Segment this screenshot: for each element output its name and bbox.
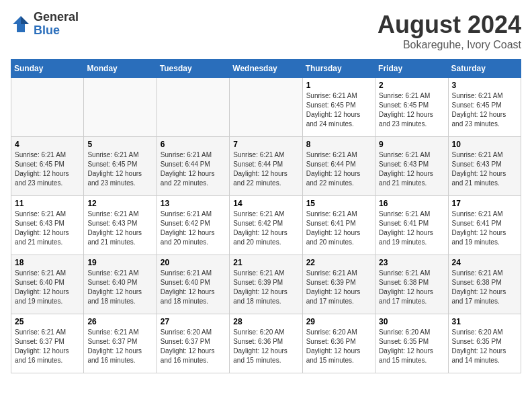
calendar-cell: 1Sunrise: 6:21 AMSunset: 6:45 PMDaylight… (302, 78, 375, 137)
calendar-cell: 8Sunrise: 6:21 AMSunset: 6:44 PMDaylight… (302, 137, 375, 196)
calendar-cell: 17Sunrise: 6:21 AMSunset: 6:41 PMDayligh… (448, 196, 521, 255)
calendar-cell: 5Sunrise: 6:21 AMSunset: 6:45 PMDaylight… (84, 137, 157, 196)
day-number: 25 (15, 317, 80, 326)
calendar-cell: 16Sunrise: 6:21 AMSunset: 6:41 PMDayligh… (375, 196, 448, 255)
day-info: Sunrise: 6:21 AMSunset: 6:39 PMDaylight:… (306, 269, 371, 306)
calendar-cell: 25Sunrise: 6:21 AMSunset: 6:37 PMDayligh… (11, 314, 84, 373)
calendar-cell: 7Sunrise: 6:21 AMSunset: 6:44 PMDaylight… (230, 137, 302, 196)
day-info: Sunrise: 6:21 AMSunset: 6:44 PMDaylight:… (306, 150, 371, 188)
day-number: 26 (87, 317, 152, 326)
day-info: Sunrise: 6:21 AMSunset: 6:40 PMDaylight:… (161, 269, 226, 306)
calendar-cell: 9Sunrise: 6:21 AMSunset: 6:43 PMDaylight… (375, 137, 448, 196)
weekday-monday: Monday (84, 60, 157, 78)
day-info: Sunrise: 6:21 AMSunset: 6:37 PMDaylight:… (87, 328, 152, 365)
day-info: Sunrise: 6:21 AMSunset: 6:43 PMDaylight:… (15, 210, 80, 247)
weekday-sunday: Sunday (11, 60, 84, 78)
month-title: August 2024 (378, 11, 521, 39)
calendar-cell: 11Sunrise: 6:21 AMSunset: 6:43 PMDayligh… (11, 196, 84, 255)
day-info: Sunrise: 6:21 AMSunset: 6:45 PMDaylight:… (379, 91, 444, 129)
day-info: Sunrise: 6:21 AMSunset: 6:40 PMDaylight:… (87, 269, 152, 306)
weekday-header-row: SundayMondayTuesdayWednesdayThursdayFrid… (11, 60, 521, 78)
logo-blue-label: Blue (34, 24, 79, 38)
calendar-cell: 28Sunrise: 6:20 AMSunset: 6:36 PMDayligh… (230, 314, 302, 373)
week-row-3: 18Sunrise: 6:21 AMSunset: 6:40 PMDayligh… (11, 255, 521, 314)
calendar-cell: 20Sunrise: 6:21 AMSunset: 6:40 PMDayligh… (157, 255, 229, 314)
day-number: 11 (15, 199, 80, 208)
title-block: August 2024 Bokareguhe, Ivory Coast (378, 11, 521, 51)
calendar-cell: 2Sunrise: 6:21 AMSunset: 6:45 PMDaylight… (375, 78, 448, 137)
calendar-cell: 21Sunrise: 6:21 AMSunset: 6:39 PMDayligh… (230, 255, 302, 314)
day-number: 15 (306, 199, 371, 208)
day-info: Sunrise: 6:21 AMSunset: 6:45 PMDaylight:… (15, 150, 80, 188)
day-number: 4 (15, 140, 80, 149)
day-number: 7 (233, 140, 298, 149)
day-number: 8 (306, 140, 371, 149)
weekday-thursday: Thursday (302, 60, 375, 78)
day-info: Sunrise: 6:21 AMSunset: 6:42 PMDaylight:… (233, 210, 298, 247)
calendar-cell: 6Sunrise: 6:21 AMSunset: 6:44 PMDaylight… (157, 137, 229, 196)
day-number: 10 (452, 140, 517, 149)
day-number: 31 (452, 317, 517, 326)
calendar-cell: 15Sunrise: 6:21 AMSunset: 6:41 PMDayligh… (302, 196, 375, 255)
day-info: Sunrise: 6:21 AMSunset: 6:45 PMDaylight:… (87, 150, 152, 188)
calendar-cell: 31Sunrise: 6:20 AMSunset: 6:35 PMDayligh… (448, 314, 521, 373)
weekday-tuesday: Tuesday (157, 60, 229, 78)
day-number: 1 (306, 81, 371, 90)
day-info: Sunrise: 6:21 AMSunset: 6:40 PMDaylight:… (15, 269, 80, 306)
day-info: Sunrise: 6:21 AMSunset: 6:45 PMDaylight:… (452, 91, 517, 129)
weekday-wednesday: Wednesday (230, 60, 302, 78)
calendar-cell: 19Sunrise: 6:21 AMSunset: 6:40 PMDayligh… (84, 255, 157, 314)
calendar-cell (11, 78, 84, 137)
calendar-cell: 13Sunrise: 6:21 AMSunset: 6:42 PMDayligh… (157, 196, 229, 255)
day-number: 17 (452, 199, 517, 208)
week-row-2: 11Sunrise: 6:21 AMSunset: 6:43 PMDayligh… (11, 196, 521, 255)
day-info: Sunrise: 6:21 AMSunset: 6:44 PMDaylight:… (233, 150, 298, 188)
logo-text: General Blue (34, 11, 79, 38)
day-number: 5 (87, 140, 152, 149)
calendar-cell: 24Sunrise: 6:21 AMSunset: 6:38 PMDayligh… (448, 255, 521, 314)
weekday-friday: Friday (375, 60, 448, 78)
calendar-cell: 10Sunrise: 6:21 AMSunset: 6:43 PMDayligh… (448, 137, 521, 196)
day-number: 3 (452, 81, 517, 90)
day-info: Sunrise: 6:21 AMSunset: 6:37 PMDaylight:… (15, 328, 80, 365)
day-info: Sunrise: 6:21 AMSunset: 6:41 PMDaylight:… (452, 210, 517, 247)
day-info: Sunrise: 6:20 AMSunset: 6:35 PMDaylight:… (452, 328, 517, 365)
day-number: 24 (452, 258, 517, 267)
calendar-cell: 27Sunrise: 6:20 AMSunset: 6:37 PMDayligh… (157, 314, 229, 373)
calendar-cell: 3Sunrise: 6:21 AMSunset: 6:45 PMDaylight… (448, 78, 521, 137)
week-row-0: 1Sunrise: 6:21 AMSunset: 6:45 PMDaylight… (11, 78, 521, 137)
day-number: 20 (161, 258, 226, 267)
calendar-cell: 23Sunrise: 6:21 AMSunset: 6:38 PMDayligh… (375, 255, 448, 314)
day-number: 22 (306, 258, 371, 267)
day-number: 6 (161, 140, 226, 149)
day-number: 12 (87, 199, 152, 208)
logo-general-label: General (34, 11, 79, 24)
day-number: 13 (161, 199, 226, 208)
day-number: 30 (379, 317, 444, 326)
day-info: Sunrise: 6:21 AMSunset: 6:42 PMDaylight:… (161, 210, 226, 247)
weekday-saturday: Saturday (448, 60, 521, 78)
day-info: Sunrise: 6:21 AMSunset: 6:44 PMDaylight:… (161, 150, 226, 188)
day-info: Sunrise: 6:21 AMSunset: 6:41 PMDaylight:… (379, 210, 444, 247)
page-header: General Blue August 2024 Bokareguhe, Ivo… (11, 11, 521, 51)
calendar-cell: 26Sunrise: 6:21 AMSunset: 6:37 PMDayligh… (84, 314, 157, 373)
calendar-cell: 22Sunrise: 6:21 AMSunset: 6:39 PMDayligh… (302, 255, 375, 314)
day-info: Sunrise: 6:21 AMSunset: 6:43 PMDaylight:… (87, 210, 152, 247)
day-number: 19 (87, 258, 152, 267)
week-row-4: 25Sunrise: 6:21 AMSunset: 6:37 PMDayligh… (11, 314, 521, 373)
logo: General Blue (11, 11, 79, 38)
calendar-cell: 18Sunrise: 6:21 AMSunset: 6:40 PMDayligh… (11, 255, 84, 314)
calendar-cell: 4Sunrise: 6:21 AMSunset: 6:45 PMDaylight… (11, 137, 84, 196)
calendar-body: 1Sunrise: 6:21 AMSunset: 6:45 PMDaylight… (11, 78, 521, 373)
calendar-cell: 30Sunrise: 6:20 AMSunset: 6:35 PMDayligh… (375, 314, 448, 373)
day-info: Sunrise: 6:21 AMSunset: 6:43 PMDaylight:… (379, 150, 444, 188)
day-number: 18 (15, 258, 80, 267)
day-number: 29 (306, 317, 371, 326)
calendar-cell (84, 78, 157, 137)
day-info: Sunrise: 6:20 AMSunset: 6:35 PMDaylight:… (379, 328, 444, 365)
day-info: Sunrise: 6:21 AMSunset: 6:43 PMDaylight:… (452, 150, 517, 188)
day-info: Sunrise: 6:21 AMSunset: 6:38 PMDaylight:… (379, 269, 444, 306)
calendar-table: SundayMondayTuesdayWednesdayThursdayFrid… (11, 59, 521, 373)
calendar-cell (230, 78, 302, 137)
week-row-1: 4Sunrise: 6:21 AMSunset: 6:45 PMDaylight… (11, 137, 521, 196)
